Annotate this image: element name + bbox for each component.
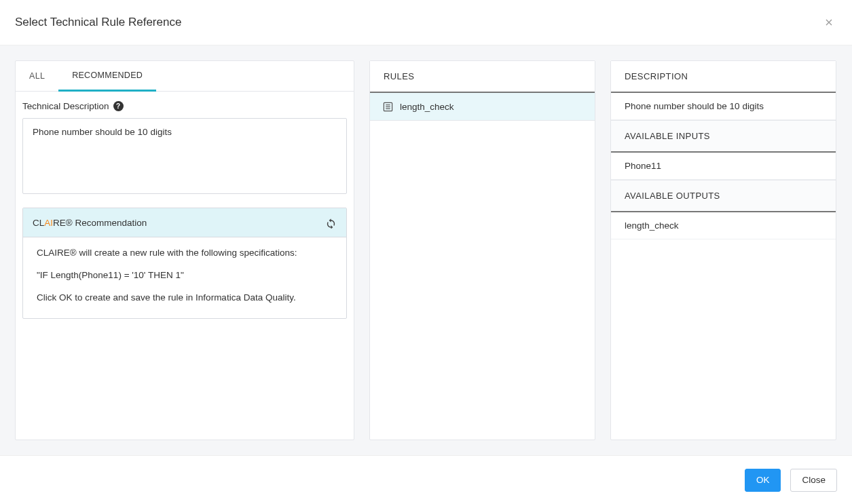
close-button[interactable]: Close (790, 469, 837, 492)
dialog-footer: OK Close (0, 455, 852, 504)
tab-all[interactable]: ALL (16, 61, 58, 91)
description-value: Phone number should be 10 digits (611, 93, 836, 120)
claire-line-2: "IF Length(Phone11) = '10' THEN 1" (37, 269, 333, 282)
rule-row-length-check[interactable]: length_check (370, 93, 595, 121)
dialog-header: Select Technical Rule Reference (0, 0, 852, 45)
claire-recommendation-card: CLAIRE® Recommendation CLAIRE® will crea… (22, 208, 347, 319)
claire-title-pre: CL (33, 218, 44, 228)
claire-line-1: CLAIRE® will create a new rule with the … (37, 247, 333, 260)
technical-description-text: Technical Description (22, 101, 109, 111)
rules-header: RULES (370, 61, 595, 93)
technical-description-label: Technical Description ? (22, 101, 347, 111)
dialog-body: ALL RECOMMENDED Technical Description ? … (0, 45, 852, 455)
claire-header: CLAIRE® Recommendation (23, 208, 346, 237)
claire-title-post: RE® Recommendation (53, 218, 147, 228)
details-panel: DESCRIPTION Phone number should be 10 di… (610, 60, 836, 440)
claire-title: CLAIRE® Recommendation (33, 218, 147, 228)
dialog-title: Select Technical Rule Reference (15, 16, 181, 29)
claire-title-ai: AI (44, 218, 53, 228)
refresh-icon[interactable] (325, 216, 337, 229)
left-panel: ALL RECOMMENDED Technical Description ? … (15, 60, 354, 440)
claire-line-3: Click OK to create and save the rule in … (37, 292, 333, 305)
help-icon[interactable]: ? (113, 101, 124, 111)
claire-body: CLAIRE® will create a new rule with the … (23, 237, 346, 318)
available-inputs-header: AVAILABLE INPUTS (611, 120, 836, 153)
available-outputs-header: AVAILABLE OUTPUTS (611, 180, 836, 212)
description-header: DESCRIPTION (611, 61, 836, 93)
tabs: ALL RECOMMENDED (16, 61, 354, 92)
available-inputs-value: Phone11 (611, 153, 836, 180)
available-outputs-value: length_check (611, 212, 836, 239)
rule-name: length_check (400, 102, 454, 112)
close-icon[interactable] (821, 14, 837, 31)
rules-panel: RULES length_check (369, 60, 595, 440)
technical-description-input[interactable] (22, 118, 347, 194)
ok-button[interactable]: OK (745, 469, 781, 492)
tab-recommended[interactable]: RECOMMENDED (58, 61, 156, 92)
rule-icon (382, 101, 393, 112)
